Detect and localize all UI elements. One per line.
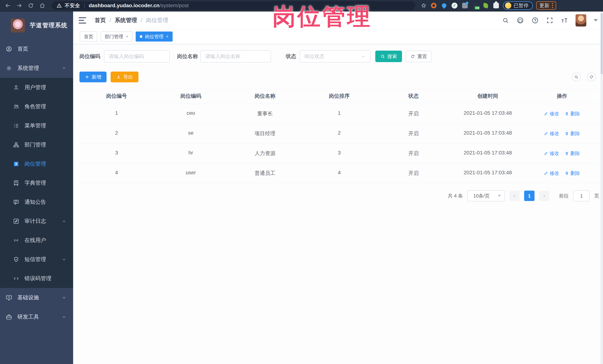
close-icon[interactable]: × <box>166 34 169 39</box>
extensions-puzzle-icon[interactable] <box>493 2 500 9</box>
bookmark-star-icon[interactable] <box>421 2 427 9</box>
close-icon[interactable]: × <box>126 34 128 39</box>
sidebar-item-audit-log[interactable]: 审计日志 <box>0 211 73 231</box>
delete-link[interactable]: 删除 <box>565 170 580 176</box>
extension-check-icon[interactable]: ✓ <box>451 2 458 9</box>
cell-actions: 修改 删除 <box>525 104 599 123</box>
update-button[interactable]: 更新 <box>536 1 556 10</box>
sidebar-item-system[interactable]: 系统管理 <box>0 59 73 78</box>
table-tools <box>572 73 596 81</box>
sidebar-item-label: 首页 <box>17 45 28 53</box>
font-size-icon[interactable] <box>561 17 568 24</box>
status-placeholder: 岗位状态 <box>304 53 325 60</box>
extension-cm-icon[interactable] <box>472 2 479 9</box>
next-page-button[interactable] <box>539 191 549 201</box>
sidebar-item-home[interactable]: 首页 <box>0 39 73 59</box>
paused-badge[interactable]: 已暂停 <box>503 1 533 10</box>
scrollbar[interactable] <box>600 11 603 364</box>
dictionary-icon <box>13 180 19 186</box>
back-icon[interactable] <box>3 1 13 10</box>
toolbox-icon <box>6 314 12 320</box>
post-code-input[interactable]: 请输入岗位编码 <box>104 50 170 63</box>
col-actions: 操作 <box>525 89 599 104</box>
url-path: /system/post <box>159 3 189 8</box>
toggle-search-button[interactable] <box>572 73 581 81</box>
reload-icon[interactable] <box>26 1 36 10</box>
sidebar-item-online-users[interactable]: 在线用户 <box>0 231 73 250</box>
col-post-name: 岗位名称 <box>228 89 302 104</box>
sidebar-item-sms-mgmt[interactable]: 短信管理 <box>0 250 73 269</box>
extension-pin-icon[interactable] <box>441 2 448 9</box>
edit-link[interactable]: 修改 <box>544 110 559 117</box>
caret-down-icon[interactable] <box>594 19 598 22</box>
url-text[interactable]: dashboard.yudao.iocoder.cn/system/post <box>89 3 189 9</box>
sidebar-item-user-mgmt[interactable]: 用户管理 <box>0 78 73 97</box>
github-icon[interactable] <box>517 17 524 24</box>
sidebar-item-notice[interactable]: 通知公告 <box>0 192 73 211</box>
sidebar-item-dept-mgmt[interactable]: 部门管理 <box>0 135 73 154</box>
breadcrumb-system[interactable]: 系统管理 <box>115 17 137 24</box>
add-button[interactable]: 新增 <box>80 72 106 82</box>
status-select[interactable]: 岗位状态 <box>300 50 371 63</box>
tab-home[interactable]: 首页 <box>80 32 97 42</box>
pagination-total: 共 4 条 <box>448 193 463 199</box>
address-bar[interactable]: 不安全 dashboard.yudao.iocoder.cn/system/po… <box>52 1 415 10</box>
post-name-input[interactable]: 请输入岗位名称 <box>200 50 271 63</box>
user-avatar[interactable] <box>576 14 586 26</box>
page-size-select[interactable]: 10条/页 <box>467 190 505 201</box>
sidebar-item-error-code[interactable]: 错误码管理 <box>0 269 73 288</box>
delete-link[interactable]: 删除 <box>565 150 580 157</box>
tab-post-mgmt[interactable]: 岗位管理 × <box>136 32 173 42</box>
post-name-label: 岗位名称 <box>177 53 198 60</box>
page-number-1[interactable]: 1 <box>524 191 534 201</box>
tab-dept-mgmt[interactable]: 部门管理 × <box>101 32 132 42</box>
chevron-down-icon <box>62 295 67 300</box>
scrollbar-thumb[interactable] <box>601 13 603 74</box>
prev-page-button[interactable] <box>509 191 520 201</box>
app-logo <box>11 18 25 33</box>
help-icon[interactable] <box>531 17 539 24</box>
sidebar-item-infra[interactable]: 基础设施 <box>0 288 73 307</box>
chevron-down-icon <box>62 219 67 224</box>
col-status: 状态 <box>376 89 451 104</box>
sidebar-item-dev-tools[interactable]: 研发工具 <box>0 307 73 327</box>
edit-link[interactable]: 修改 <box>544 130 559 137</box>
online-signal-icon <box>13 237 19 243</box>
download-icon <box>116 75 121 79</box>
goto-prefix: 前往 <box>559 193 569 199</box>
sidebar-item-label: 短信管理 <box>24 256 46 263</box>
export-button[interactable]: 导出 <box>111 72 139 82</box>
extension-leaf-icon[interactable] <box>482 2 489 9</box>
delete-link[interactable]: 删除 <box>565 130 580 137</box>
reset-button[interactable]: 重置 <box>406 51 432 62</box>
security-label[interactable]: 不安全 <box>65 2 80 9</box>
sidebar-item-dict-mgmt[interactable]: 字典管理 <box>0 173 73 192</box>
kebab-menu-icon[interactable] <box>552 3 553 8</box>
goto-page-input[interactable] <box>573 190 590 201</box>
forward-icon[interactable] <box>14 1 24 10</box>
breadcrumb-home[interactable]: 首页 <box>95 17 106 24</box>
refresh-table-button[interactable] <box>587 73 596 81</box>
hamburger-icon[interactable] <box>79 17 86 23</box>
sidebar-item-role-mgmt[interactable]: 角色管理 <box>0 97 73 116</box>
table-body: 1 ceo 董事长 1 开启 2021-01-05 17:03:48 修改 删除… <box>80 104 599 183</box>
post-table: 岗位编号 岗位编码 岗位名称 岗位排序 状态 创建时间 操作 1 ceo 董事长… <box>80 89 599 183</box>
extension-ring-icon[interactable] <box>430 2 437 9</box>
search-button[interactable]: 搜索 <box>375 51 402 62</box>
cell-create-time: 2021-01-05 17:03:48 <box>451 143 525 163</box>
home-icon[interactable] <box>37 1 47 10</box>
delete-label: 删除 <box>570 170 580 176</box>
breadcrumb-current: 岗位管理 <box>146 17 168 24</box>
trash-icon <box>565 132 569 135</box>
app-logo-row[interactable]: 芋道管理系统 <box>0 11 73 39</box>
sidebar-item-post-mgmt[interactable]: 岗位管理 <box>0 154 73 173</box>
sidebar-item-menu-mgmt[interactable]: 菜单管理 <box>0 116 73 135</box>
edit-link[interactable]: 修改 <box>544 170 559 176</box>
fullscreen-icon[interactable] <box>546 17 553 24</box>
cell-post-sort: 4 <box>302 163 376 183</box>
search-icon[interactable] <box>502 17 509 24</box>
extension-gray-icon[interactable] <box>461 2 468 9</box>
delete-link[interactable]: 删除 <box>565 110 580 117</box>
edit-link[interactable]: 修改 <box>544 150 559 157</box>
tab-label: 岗位管理 <box>145 33 163 40</box>
